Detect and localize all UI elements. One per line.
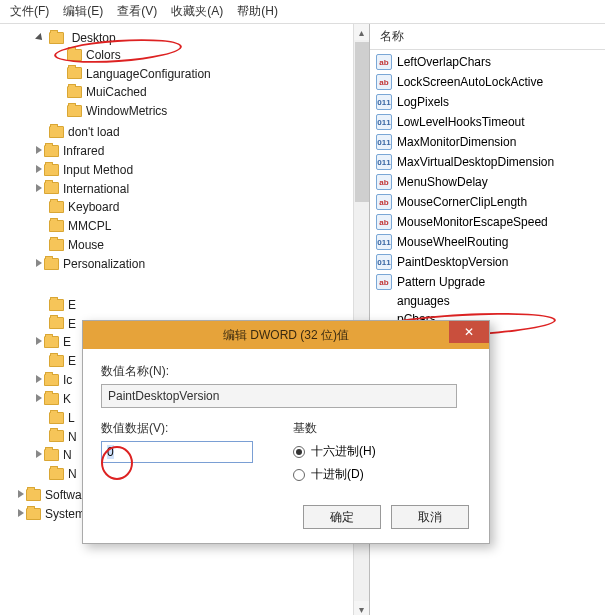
value-name: MouseMonitorEscapeSpeed: [397, 215, 548, 229]
tree-label: Ic: [63, 373, 72, 387]
value-data-input[interactable]: 0: [101, 441, 253, 463]
tree-node-colors[interactable]: Colors: [54, 45, 369, 64]
list-item[interactable]: 011MaxMonitorDimension: [370, 132, 605, 152]
folder-icon: [49, 430, 64, 442]
folder-icon: [44, 336, 59, 348]
value-name: PaintDesktopVersion: [397, 255, 508, 269]
menu-edit[interactable]: 编辑(E): [63, 3, 103, 20]
tree-label: Mouse: [68, 238, 104, 252]
tree-label: WindowMetrics: [86, 104, 167, 118]
expand-icon[interactable]: [36, 259, 42, 267]
tree-label: Keyboard: [68, 200, 119, 214]
tree-label: MMCPL: [68, 219, 111, 233]
tree-label: LanguageConfiguration: [86, 66, 211, 80]
dialog-titlebar[interactable]: 编辑 DWORD (32 位)值 ✕: [83, 321, 489, 349]
tree-label: Input Method: [63, 163, 133, 177]
expand-icon[interactable]: [36, 394, 42, 402]
tree-node-mouse[interactable]: Mouse: [36, 235, 369, 254]
menubar: 文件(F) 编辑(E) 查看(V) 收藏夹(A) 帮助(H): [0, 0, 605, 24]
tree-node-infrared[interactable]: Infrared: [36, 141, 369, 160]
tree-node-windowmetrics[interactable]: WindowMetrics: [54, 101, 369, 120]
radio-icon: [293, 469, 305, 481]
tree-label: E: [68, 316, 76, 330]
value-name: anguages: [397, 294, 450, 308]
expand-icon[interactable]: [36, 146, 42, 154]
list-item[interactable]: abLockScreenAutoLockActive: [370, 72, 605, 92]
menu-view[interactable]: 查看(V): [117, 3, 157, 20]
value-name-label: 数值名称(N):: [101, 363, 471, 380]
list-item[interactable]: abPattern Upgrade: [370, 272, 605, 292]
expand-icon[interactable]: [35, 33, 45, 43]
value-name: MouseWheelRouting: [397, 235, 508, 249]
expand-icon[interactable]: [18, 490, 24, 498]
list-item[interactable]: abLeftOverlapChars: [370, 52, 605, 72]
value-name: MouseCornerClipLength: [397, 195, 527, 209]
expand-icon[interactable]: [18, 509, 24, 517]
value-name-field: PaintDesktopVersion: [101, 384, 457, 408]
dword-value-icon: 011: [376, 154, 392, 170]
value-name: MenuShowDelay: [397, 175, 488, 189]
tree-node-keyboard[interactable]: Keyboard: [36, 197, 369, 216]
folder-icon: [44, 258, 59, 270]
radio-label: 十六进制(H): [311, 443, 376, 460]
string-value-icon: ab: [376, 174, 392, 190]
value-name: MaxVirtualDesktopDimension: [397, 155, 554, 169]
close-button[interactable]: ✕: [449, 321, 489, 343]
tree-node-personalization[interactable]: Personalization: [36, 254, 369, 273]
value-data-text: 0: [107, 445, 114, 459]
ok-button[interactable]: 确定: [303, 505, 381, 529]
tree-node-languageconfiguration[interactable]: LanguageConfiguration: [54, 64, 369, 83]
tree-node-dontload[interactable]: don't load: [36, 122, 369, 141]
tree-label: System: [45, 507, 85, 521]
tree-label: N: [68, 429, 77, 443]
folder-icon: [49, 201, 64, 213]
tree-node-muicached[interactable]: MuiCached: [54, 82, 369, 101]
value-name: LogPixels: [397, 95, 449, 109]
menu-help[interactable]: 帮助(H): [237, 3, 278, 20]
list-item[interactable]: abMouseCornerClipLength: [370, 192, 605, 212]
radio-label: 十进制(D): [311, 466, 364, 483]
cancel-button[interactable]: 取消: [391, 505, 469, 529]
folder-icon: [44, 393, 59, 405]
folder-icon: [44, 182, 59, 194]
list-item[interactable]: anguages: [370, 292, 605, 310]
menu-favorites[interactable]: 收藏夹(A): [171, 3, 223, 20]
scroll-down-icon[interactable]: ▾: [354, 601, 369, 615]
tree-label: don't load: [68, 125, 120, 139]
list-item[interactable]: 011LowLevelHooksTimeout: [370, 112, 605, 132]
expand-icon[interactable]: [36, 184, 42, 192]
scroll-thumb[interactable]: [355, 42, 369, 202]
expand-icon[interactable]: [36, 165, 42, 173]
expand-icon[interactable]: [36, 337, 42, 345]
tree-node-desktop[interactable]: Desktop Colors LanguageConfiguration Mui…: [36, 28, 369, 122]
tree-label: Personalization: [63, 257, 145, 271]
value-name: Pattern Upgrade: [397, 275, 485, 289]
scroll-up-icon[interactable]: ▴: [354, 24, 369, 40]
tree-node-mmcpl[interactable]: MMCPL: [36, 216, 369, 235]
tree-node[interactable]: E: [36, 295, 369, 314]
list-item[interactable]: 011MaxVirtualDesktopDimension: [370, 152, 605, 172]
folder-icon: [49, 468, 64, 480]
list-item[interactable]: 011LogPixels: [370, 92, 605, 112]
list-item[interactable]: abMouseMonitorEscapeSpeed: [370, 212, 605, 232]
folder-icon: [49, 317, 64, 329]
list-item[interactable]: 011PaintDesktopVersion: [370, 252, 605, 272]
radio-icon: [293, 446, 305, 458]
tree-label: N: [68, 467, 77, 481]
radio-dec[interactable]: 十进制(D): [293, 466, 376, 483]
value-data-label: 数值数据(V):: [101, 420, 253, 437]
dword-value-icon: 011: [376, 114, 392, 130]
list-item[interactable]: 011MouseWheelRouting: [370, 232, 605, 252]
tree-label: Colors: [86, 48, 121, 62]
dword-value-icon: 011: [376, 254, 392, 270]
radio-hex[interactable]: 十六进制(H): [293, 443, 376, 460]
tree-node-inputmethod[interactable]: Input Method: [36, 160, 369, 179]
folder-icon: [67, 105, 82, 117]
expand-icon[interactable]: [36, 375, 42, 383]
menu-file[interactable]: 文件(F): [10, 3, 49, 20]
expand-icon[interactable]: [36, 450, 42, 458]
list-item[interactable]: abMenuShowDelay: [370, 172, 605, 192]
tree-node-international[interactable]: International: [36, 179, 369, 198]
value-name: LeftOverlapChars: [397, 55, 491, 69]
list-column-header[interactable]: 名称: [370, 24, 605, 50]
